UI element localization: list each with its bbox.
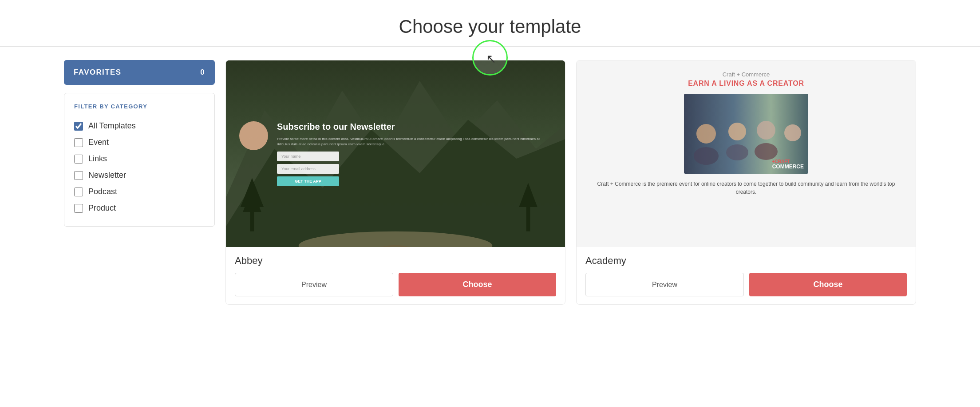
abbey-actions: Preview Choose [235,273,556,296]
filter-links[interactable]: Links [74,151,205,167]
filter-label-links: Links [88,154,107,164]
filter-section: FILTER BY CATEGORY All Templates Event L… [64,93,215,227]
abbey-choose-button[interactable]: Choose [399,273,556,296]
page-title: Choose your template [9,16,971,37]
favorites-count: 0 [200,68,205,77]
template-card-academy: Craft + Commerce EARN A LIVING AS A CREA… [576,60,916,305]
sidebar: FAVORITES 0 FILTER BY CATEGORY All Templ… [64,60,215,305]
filter-podcast[interactable]: Podcast [74,184,205,200]
abbey-content: Subscribe to our Newsletter Provide some… [239,121,552,186]
abbey-heading: Subscribe to our Newsletter [277,121,552,132]
filter-label-all-templates: All Templates [88,121,136,131]
academy-video: ▶ +CRAFT COMMERCE [684,94,808,174]
academy-preview-button[interactable]: Preview [585,273,744,296]
filter-label-event: Event [88,138,109,147]
favorites-label: FAVORITES [74,68,121,77]
abbey-email-input[interactable]: Your email address [277,164,339,174]
abbey-name-input[interactable]: Your name [277,152,339,161]
academy-actions: Preview Choose [585,273,907,296]
cursor-indicator: ↖ [472,40,508,76]
checkbox-product[interactable] [74,204,83,213]
checkbox-event[interactable] [74,138,83,147]
academy-template-name: Academy [585,255,907,267]
template-card-abbey: Subscribe to our Newsletter Provide some… [225,60,565,305]
academy-logo-overlay: +CRAFT COMMERCE [772,160,804,169]
abbey-template-name: Abbey [235,255,556,267]
checkbox-newsletter[interactable] [74,171,83,180]
svg-point-9 [249,128,258,137]
checkbox-links[interactable] [74,155,83,164]
svg-point-10 [248,137,260,146]
filter-label-podcast: Podcast [88,187,117,196]
cursor-ring: ↖ [472,40,508,76]
academy-video-inner: ▶ +CRAFT COMMERCE [684,94,808,174]
academy-tagline: EARN A LIVING AS A CREATOR [688,80,804,88]
checkbox-all-templates[interactable] [74,122,83,131]
checkbox-podcast[interactable] [74,188,83,196]
page-header: Choose your template [0,0,980,46]
filter-label-product: Product [88,204,116,213]
filter-title: FILTER BY CATEGORY [74,103,205,110]
filter-label-newsletter: Newsletter [88,171,126,180]
abbey-body-text: Provide some more detail in this content… [277,136,552,147]
abbey-avatar [239,121,268,150]
academy-choose-button[interactable]: Choose [749,273,907,296]
abbey-form: Your name Your email address GET THE APP [277,152,552,186]
academy-brand: Craft + Commerce [688,71,804,78]
academy-preview: Craft + Commerce EARN A LIVING AS A CREA… [577,60,916,247]
abbey-get-app-btn[interactable]: GET THE APP [277,176,339,186]
filter-newsletter[interactable]: Newsletter [74,167,205,184]
filter-event[interactable]: Event [74,134,205,151]
abbey-preview: Subscribe to our Newsletter Provide some… [226,60,565,247]
abbey-text-content: Subscribe to our Newsletter Provide some… [277,121,552,186]
main-layout: FAVORITES 0 FILTER BY CATEGORY All Templ… [46,60,934,323]
abbey-preview-button[interactable]: Preview [235,273,393,296]
filter-product[interactable]: Product [74,200,205,216]
academy-description: Craft + Commerce is the premiere event f… [587,180,905,196]
filter-all-templates[interactable]: All Templates [74,118,205,134]
favorites-button[interactable]: FAVORITES 0 [64,60,215,85]
abbey-card-bottom: Abbey Preview Choose [226,247,565,304]
templates-grid: Subscribe to our Newsletter Provide some… [225,60,916,305]
cursor-arrow: ↖ [486,52,496,66]
academy-header-text: Craft + Commerce EARN A LIVING AS A CREA… [688,71,804,88]
academy-card-bottom: Academy Preview Choose [577,247,916,304]
